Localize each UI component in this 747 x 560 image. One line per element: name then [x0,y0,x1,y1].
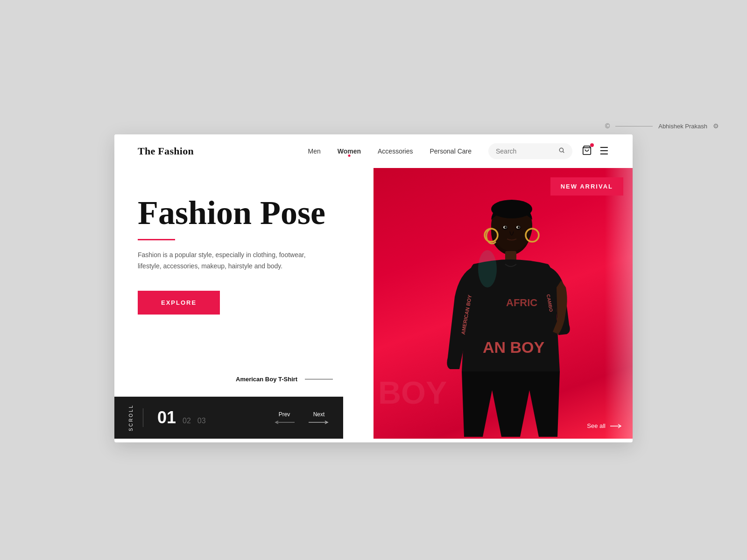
slide-numbers: 01 02 03 [157,408,206,427]
svg-point-17 [517,226,520,229]
nav-accessories[interactable]: Accessories [378,147,413,155]
model-figure: AMERICAN BOY CAMBO AFRIC AN BOY [436,194,585,439]
site-header: The Fashion Men Women Accessories Person… [114,134,633,168]
model-svg: AMERICAN BOY CAMBO AFRIC AN BOY [436,194,585,437]
hero-description: Fashion is a popular style, especially i… [138,250,315,272]
cart-badge [590,143,594,147]
cart-button[interactable] [582,145,592,157]
social-twitter[interactable]: Twitter [632,349,633,367]
explore-button[interactable]: EXPLORE [138,291,220,315]
right-fade [605,168,633,439]
main-card: The Fashion Men Women Accessories Person… [114,134,633,442]
slide-active[interactable]: 01 [157,408,176,427]
scroll-line [143,408,143,427]
next-arrow-icon [309,420,329,424]
bottom-nav-bar: SCROLL 01 02 03 Prev Next [114,397,343,439]
svg-text:AFRIC: AFRIC [506,297,537,308]
product-label: American Boy T-Shirt [236,376,333,383]
nav-men[interactable]: Men [308,147,320,155]
menu-icon[interactable]: ☰ [599,145,609,157]
hero-image: NEW ARRIVAL [374,168,633,439]
top-bar: © Abhishek Prakash ⚙ [0,118,747,134]
nav-personal-care[interactable]: Personal Care [430,147,472,155]
search-icon [558,147,565,155]
social-instagram[interactable]: Instagram [632,294,633,321]
scroll-label: SCROLL [128,404,134,431]
nav-women[interactable]: Women [338,147,361,155]
prev-label: Prev [279,411,290,418]
new-arrival-badge[interactable]: NEW ARRIVAL [550,177,623,196]
next-button[interactable]: Next [309,411,329,424]
settings-icon[interactable]: ⚙ [713,122,719,130]
hero-title: Fashion Pose [138,196,376,230]
slide-03[interactable]: 03 [197,417,206,425]
fashion-bg: NEW ARRIVAL [374,168,633,439]
main-nav: Men Women Accessories Personal Care [308,147,472,155]
svg-point-16 [504,226,507,229]
svg-point-0 [559,148,563,152]
site-logo[interactable]: The Fashion [138,145,194,157]
hero-underline [138,239,175,240]
prev-arrow-icon [274,420,295,424]
search-input[interactable] [496,147,555,155]
product-label-line [305,379,333,379]
copyright-icon: © [605,122,610,130]
author-name: Abhishek Prakash [658,123,707,130]
social-sidebar: Facebook Instagram Twitter [632,239,633,367]
prev-button[interactable]: Prev [274,411,295,424]
product-label-text: American Boy T-Shirt [236,376,297,383]
next-label: Next [313,411,325,418]
social-facebook[interactable]: Facebook [632,239,633,266]
svg-line-1 [563,152,564,153]
slide-02[interactable]: 02 [183,417,191,425]
search-bar[interactable] [488,143,572,159]
top-bar-divider [615,126,653,126]
slide-nav: Prev Next [274,411,329,424]
header-icons: ☰ [582,145,609,157]
svg-point-20 [478,250,497,287]
svg-text:AN BOY: AN BOY [483,338,545,356]
hero-section: Fashion Pose Fashion is a popular style,… [114,168,633,439]
see-all-label: See all [587,422,606,429]
